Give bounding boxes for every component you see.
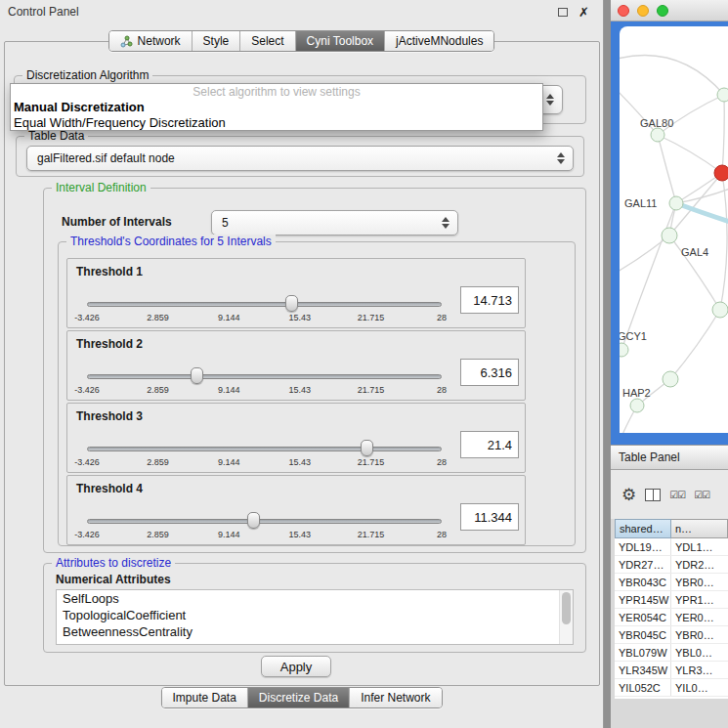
table-row[interactable]: YPR145WYPR1… — [615, 591, 728, 609]
network-window: GAL80GAL11GAL4GCY1HAP2 — [611, 0, 728, 445]
network-edge[interactable] — [670, 310, 720, 379]
settings-gear-icon[interactable]: ⚙ — [621, 487, 636, 503]
table-row[interactable]: YIL052CYIL0… — [615, 679, 728, 697]
threshold-2-value-field[interactable] — [460, 359, 519, 386]
table-cell[interactable]: YBR0… — [671, 626, 728, 643]
threshold-1-slider[interactable]: -3.4262.8599.14415.4321.71528 — [87, 294, 442, 325]
network-edge[interactable] — [621, 203, 676, 350]
table-cell[interactable]: YBR0… — [671, 574, 728, 590]
network-edge[interactable] — [620, 56, 724, 96]
column-header-name[interactable]: n… — [671, 519, 728, 538]
table-cell[interactable]: YBL0… — [671, 644, 728, 661]
tab-jactivemnodules[interactable]: jActiveMNodules — [385, 31, 493, 51]
network-canvas[interactable]: GAL80GAL11GAL4GCY1HAP2 — [620, 26, 728, 433]
select-all-columns-icon[interactable]: ☑☑ — [669, 490, 685, 500]
threshold-2-label: Threshold 2 — [76, 337, 143, 351]
table-cell[interactable]: YBR043C — [615, 574, 671, 590]
table-cell[interactable]: YBR045C — [615, 626, 671, 643]
group-title-algorithm: Discretization Algorithm — [22, 68, 152, 82]
select-visible-columns-icon[interactable]: ☑☑ — [694, 490, 709, 500]
apply-button[interactable]: Apply — [261, 656, 331, 677]
table-cell[interactable]: YPR145W — [615, 591, 671, 608]
table-cell[interactable]: YDL19… — [615, 538, 671, 555]
slider-track[interactable] — [87, 519, 442, 524]
table-data-selected-value: galFiltered.sif default node — [37, 151, 175, 165]
minimize-window-button[interactable] — [637, 5, 649, 17]
scrollbar-thumb[interactable] — [562, 592, 571, 624]
scale-label: 9.144 — [218, 313, 240, 322]
tab-discretize-data[interactable]: Discretize Data — [248, 688, 350, 707]
threshold-3-label: Threshold 3 — [76, 409, 143, 423]
network-node-gal80[interactable] — [651, 128, 664, 142]
table-cell[interactable]: YDR27… — [615, 556, 671, 573]
numerical-attributes-label: Numerical Attributes — [56, 573, 171, 586]
table-cell[interactable]: YBL079W — [615, 644, 671, 661]
table-row[interactable]: YDR27…YDR2… — [615, 556, 728, 574]
table-cell[interactable]: YDR2… — [671, 556, 728, 573]
table-data-combobox[interactable]: galFiltered.sif default node — [26, 146, 574, 171]
network-node-hap2[interactable] — [630, 399, 644, 412]
table-cell[interactable]: YPR1… — [671, 591, 728, 608]
threshold-2-slider[interactable]: -3.4262.8599.14415.4321.71528 — [87, 366, 442, 398]
list-item-topologicalcoefficient[interactable]: TopologicalCoefficient — [57, 607, 573, 623]
slider-thumb[interactable] — [361, 440, 373, 456]
network-node-gal11[interactable] — [669, 196, 683, 210]
combobox-stepper-icon — [546, 94, 554, 106]
table-cell[interactable]: YER054C — [615, 609, 671, 625]
slider-track[interactable] — [87, 302, 442, 307]
dropdown-option-manual-discretization[interactable]: Manual Discretization — [11, 100, 542, 115]
tab-style[interactable]: Style — [193, 31, 241, 51]
network-node-gcy1[interactable] — [620, 343, 628, 357]
table-row[interactable]: YBL079WYBL0… — [615, 644, 728, 662]
zoom-window-button[interactable] — [657, 5, 668, 17]
threshold-4-slider[interactable]: -3.4262.8599.14415.4321.71528 — [87, 511, 442, 542]
list-item-selfloops[interactable]: SelfLoops — [57, 590, 573, 607]
list-scrollbar[interactable] — [559, 590, 573, 644]
slider-track[interactable] — [87, 447, 442, 451]
table-row[interactable]: YBR045CYBR0… — [615, 626, 728, 644]
table-cell[interactable]: YLR345W — [615, 662, 671, 678]
table-cell[interactable]: YIL052C — [615, 679, 671, 696]
close-icon[interactable]: ✗ — [578, 6, 589, 19]
table-row[interactable]: YDL19…YDL1… — [615, 538, 728, 556]
threshold-4-value-field[interactable] — [460, 503, 519, 531]
threshold-3-value-field[interactable] — [460, 431, 519, 458]
table-cell[interactable]: YIL0… — [671, 679, 728, 696]
close-window-button[interactable] — [618, 5, 629, 17]
threshold-3-slider[interactable]: -3.4262.8599.14415.4321.71528 — [87, 439, 442, 470]
float-panel-icon[interactable] — [558, 8, 568, 17]
table-row[interactable]: YER054CYER0… — [615, 609, 728, 626]
network-edge[interactable] — [658, 135, 676, 203]
network-edge[interactable] — [720, 173, 727, 310]
slider-thumb[interactable] — [285, 295, 298, 312]
network-node[interactable] — [712, 302, 728, 318]
network-icon — [120, 35, 133, 48]
column-header-shared-name[interactable]: shared… — [615, 519, 671, 538]
network-edge[interactable] — [620, 236, 669, 273]
tab-impute-data[interactable]: Impute Data — [161, 688, 247, 707]
network-node[interactable] — [714, 165, 728, 181]
table-cell[interactable]: YDL1… — [671, 538, 728, 555]
network-node[interactable] — [663, 371, 678, 387]
network-node-gal4[interactable] — [662, 228, 677, 243]
slider-thumb[interactable] — [247, 512, 260, 529]
tab-infer-network[interactable]: Infer Network — [350, 688, 441, 707]
list-item-betweennesscentrality[interactable]: BetweennessCentrality — [57, 623, 573, 640]
tab-network[interactable]: Network — [109, 31, 193, 51]
threshold-1-value-field[interactable] — [460, 286, 519, 314]
slider-thumb[interactable] — [191, 367, 203, 384]
table-row[interactable]: YLR345WYLR3… — [615, 662, 728, 679]
columns-icon[interactable] — [645, 489, 661, 501]
table-row[interactable]: YBR043CYBR0… — [615, 574, 728, 591]
network-node[interactable] — [717, 88, 728, 102]
tab-select[interactable]: Select — [240, 31, 295, 51]
network-edge[interactable] — [658, 135, 722, 173]
slider-track[interactable] — [87, 374, 442, 379]
table-cell[interactable]: YER0… — [671, 609, 728, 625]
number-of-intervals-combobox[interactable]: 5 — [211, 210, 458, 236]
thresholds-group: Threshold's Coordinates for 5 Intervals … — [58, 241, 576, 546]
tab-cyni-toolbox[interactable]: Cyni Toolbox — [296, 31, 385, 51]
table-cell[interactable]: YLR3… — [671, 662, 728, 678]
dropdown-option-equal-width-frequency[interactable]: Equal Width/Frequency Discretization — [11, 115, 542, 131]
network-edge[interactable] — [722, 95, 724, 173]
